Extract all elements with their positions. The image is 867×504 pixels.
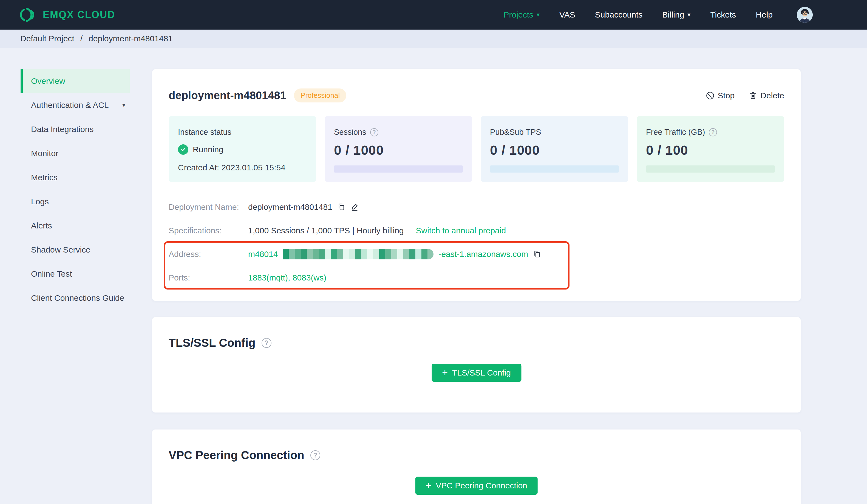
- detail-label: Deployment Name:: [169, 202, 248, 212]
- ports-value: 1883(mqtt), 8083(ws): [248, 273, 326, 282]
- stat-sessions: Sessions ? 0 / 1000: [325, 116, 472, 182]
- address-prefix: m48014: [248, 250, 278, 259]
- stat-value: 0 / 100: [646, 143, 775, 158]
- sidebar-item-metrics[interactable]: Metrics: [21, 165, 130, 189]
- delete-button[interactable]: Delete: [749, 91, 784, 100]
- sidebar-item-authentication-acl[interactable]: Authentication & ACL ▾: [21, 93, 130, 117]
- stat-label: Sessions: [334, 128, 366, 137]
- stat-pubsub-tps: Pub&Sub TPS 0 / 1000: [481, 116, 628, 182]
- emqx-logo-icon: [20, 8, 36, 22]
- stat-label: Pub&Sub TPS: [490, 128, 541, 137]
- plus-icon: +: [442, 368, 448, 378]
- plan-badge: Professional: [294, 88, 346, 102]
- vpc-peering-card: VPC Peering Connection ? + VPC Peering C…: [152, 429, 801, 504]
- sessions-progress-bar: [334, 165, 463, 173]
- stop-icon: [706, 91, 715, 100]
- copy-icon[interactable]: [337, 203, 345, 211]
- stat-free-traffic: Free Traffic (GB) ? 0 / 100: [637, 116, 784, 182]
- sidebar-item-overview[interactable]: Overview: [21, 69, 130, 93]
- tls-ssl-card: TLS/SSL Config ? + TLS/SSL Config: [152, 317, 801, 413]
- detail-label: Ports:: [169, 273, 248, 282]
- sidebar-item-online-test[interactable]: Online Test: [21, 262, 130, 286]
- plus-icon: +: [426, 481, 431, 491]
- sidebar-item-shadow-service[interactable]: Shadow Service: [21, 238, 130, 262]
- trash-icon: [749, 91, 757, 100]
- deployment-details: Deployment Name: deployment-m4801481: [169, 195, 784, 289]
- deployment-actions: Stop Delete: [706, 91, 784, 100]
- sidebar: Overview Authentication & ACL ▾ Data Int…: [21, 69, 130, 310]
- sidebar-item-monitor[interactable]: Monitor: [21, 141, 130, 165]
- page-title: deployment-m4801481: [169, 89, 286, 102]
- deployment-name-value: deployment-m4801481: [248, 202, 332, 212]
- stats-row: Instance status Running Created At: 2023…: [169, 116, 784, 182]
- copy-icon[interactable]: [533, 250, 541, 258]
- switch-annual-prepaid-link[interactable]: Switch to annual prepaid: [416, 226, 506, 235]
- help-icon[interactable]: ?: [370, 128, 378, 136]
- sidebar-item-client-connections-guide[interactable]: Client Connections Guide: [21, 286, 130, 310]
- detail-label: Address:: [169, 250, 248, 259]
- stat-label: Instance status: [178, 128, 232, 137]
- main-content: deployment-m4801481 Professional Stop: [152, 0, 801, 504]
- specifications-value: 1,000 Sessions / 1,000 TPS | Hourly bill…: [248, 226, 404, 235]
- stat-value: 0 / 1000: [490, 143, 619, 158]
- detail-deployment-name: Deployment Name: deployment-m4801481: [169, 195, 784, 219]
- sidebar-item-logs[interactable]: Logs: [21, 189, 130, 213]
- add-tls-ssl-config-button[interactable]: + TLS/SSL Config: [431, 364, 521, 382]
- deployment-overview-card: deployment-m4801481 Professional Stop: [152, 69, 801, 301]
- status-text: Running: [193, 145, 224, 154]
- stat-label: Free Traffic (GB): [646, 128, 705, 137]
- detail-label: Specifications:: [169, 226, 248, 235]
- chevron-down-icon: ▾: [122, 102, 125, 109]
- stop-button[interactable]: Stop: [706, 91, 735, 100]
- address-suffix: -east-1.amazonaws.com: [438, 250, 528, 259]
- detail-specifications: Specifications: 1,000 Sessions / 1,000 T…: [169, 219, 784, 242]
- tps-progress-bar: [490, 165, 619, 173]
- tls-section-title: TLS/SSL Config: [169, 336, 256, 350]
- breadcrumb-project[interactable]: Default Project: [20, 34, 74, 43]
- created-at: Created At: 2023.01.05 15:54: [178, 163, 307, 172]
- brand-name: EMQX CLOUD: [43, 9, 115, 21]
- help-icon[interactable]: ?: [261, 338, 271, 348]
- add-vpc-peering-button[interactable]: + VPC Peering Connection: [415, 476, 538, 495]
- check-circle-icon: [178, 144, 189, 155]
- sidebar-item-alerts[interactable]: Alerts: [21, 213, 130, 238]
- breadcrumb-separator: /: [81, 34, 83, 43]
- help-icon[interactable]: ?: [709, 128, 717, 136]
- help-icon[interactable]: ?: [310, 450, 320, 460]
- traffic-progress-bar: [646, 165, 775, 173]
- stat-instance-status: Instance status Running Created At: 2023…: [169, 116, 316, 182]
- edit-icon[interactable]: [351, 203, 359, 211]
- brand[interactable]: EMQX CLOUD: [20, 8, 115, 22]
- vpc-section-title: VPC Peering Connection: [169, 449, 304, 462]
- stat-value: 0 / 1000: [334, 143, 463, 158]
- address-redaction: [283, 249, 434, 260]
- detail-address: Address: m48014 -east-1.amazonaws.com: [169, 242, 784, 266]
- sidebar-item-data-integrations[interactable]: Data Integrations: [21, 117, 130, 141]
- detail-ports: Ports: 1883(mqtt), 8083(ws): [169, 266, 784, 289]
